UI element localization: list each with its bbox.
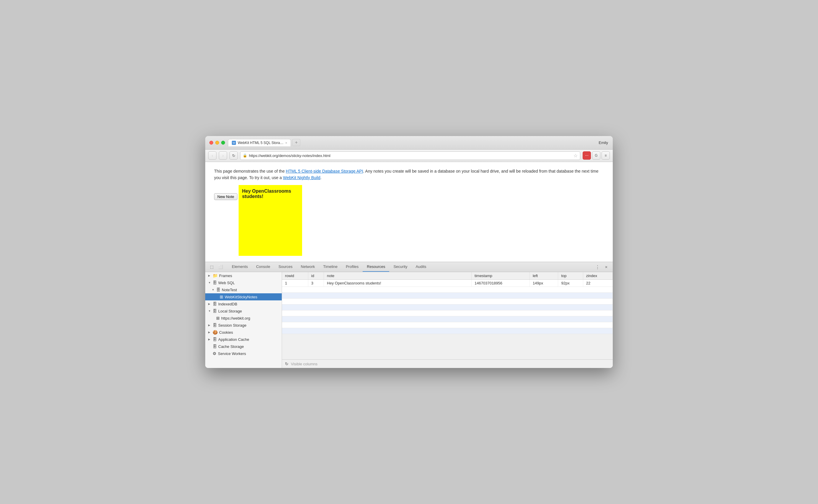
storage-api-link[interactable]: HTML 5 Client-side Database Storage API [286, 169, 363, 174]
url-text: https://webkit.org/demos/sticky-notes/in… [249, 153, 572, 158]
user-button[interactable]: G [592, 151, 600, 160]
col-note[interactable]: note [324, 272, 472, 280]
col-left[interactable]: left [529, 272, 558, 280]
title-bar: W WebKit HTML 5 SQL Stora… × + Emily [205, 136, 613, 150]
bookmark-icon[interactable]: ☆ [573, 153, 577, 158]
browser-tab-active[interactable]: W WebKit HTML 5 SQL Stora… × [228, 139, 291, 146]
table-row [282, 293, 613, 299]
devtools-right-controls: ⋮ × [594, 264, 610, 271]
table-container[interactable]: rowid id note timestamp left top zindex [282, 272, 613, 359]
nav-bar: ‹ › ↻ 🔒 https://webkit.org/demos/sticky-… [205, 150, 613, 162]
cachestorage-label: Cache Storage [218, 344, 244, 349]
sidebar-item-appcache[interactable]: ▶ 🗄 Application Cache [205, 336, 282, 343]
close-traffic-light[interactable] [210, 141, 213, 145]
appcache-arrow: ▶ [208, 338, 211, 341]
tab-resources[interactable]: Resources [363, 262, 389, 272]
page-content: This page demonstrates the use of the HT… [205, 162, 613, 262]
indexeddb-arrow: ▶ [208, 302, 211, 305]
indexeddb-label: IndexedDB [218, 302, 237, 306]
cell-id: 3 [308, 280, 324, 287]
devtools-tab-bar: ⬚ ⬜ Elements Console Sources Network Tim… [205, 262, 613, 272]
col-rowid[interactable]: rowid [282, 272, 308, 280]
sidebar-item-notetest[interactable]: ▼ 🗄 NoteTest [205, 286, 282, 293]
sessionstorage-label: Session Storage [218, 323, 246, 328]
tab-network[interactable]: Network [297, 262, 319, 272]
menu-button[interactable]: ≡ [601, 151, 610, 160]
cachestorage-icon: 🗄 [213, 344, 217, 349]
stickynotes-icon: ⊞ [220, 294, 223, 299]
tab-profiles[interactable]: Profiles [342, 262, 363, 272]
maximize-traffic-light[interactable] [221, 141, 225, 145]
sticky-note[interactable]: Hey OpenClassrooms students! [239, 185, 302, 256]
col-zindex[interactable]: zindex [583, 272, 612, 280]
tab-close-icon[interactable]: × [285, 141, 287, 145]
table-row [282, 287, 613, 293]
devtools-footer: ↻ Visible columns [282, 359, 613, 368]
sidebar-item-sessionstorage[interactable]: ▶ 🗄 Session Storage [205, 322, 282, 329]
websql-label: Web SQL [218, 281, 235, 285]
traffic-lights [210, 141, 225, 145]
devtools-responsive-icon[interactable]: ⬜ [217, 264, 224, 271]
sidebar-item-webkitstickynotes[interactable]: ⊞ WebKitStickyNotes [205, 293, 282, 300]
appcache-icon: 🗄 [213, 337, 217, 342]
cell-zindex: 22 [583, 280, 612, 287]
devtools-body: ▶ 📁 Frames ▼ 🗄 Web SQL ▼ 🗄 NoteTest [205, 272, 613, 368]
localstorage-arrow: ▼ [208, 310, 211, 312]
cell-rowid: 1 [282, 280, 308, 287]
sidebar-item-webkitorg[interactable]: ⊞ https://webkit.org [205, 315, 282, 322]
address-bar[interactable]: 🔒 https://webkit.org/demos/sticky-notes/… [240, 151, 580, 160]
sidebar-item-serviceworkers[interactable]: ⚙ Service Workers [205, 350, 282, 357]
indexeddb-icon: 🗄 [213, 302, 217, 306]
localstorage-icon: 🗄 [213, 309, 217, 313]
sidebar-item-cachestorage[interactable]: 🗄 Cache Storage [205, 343, 282, 350]
devtools-select-icon[interactable]: ⬚ [208, 264, 215, 271]
data-table: rowid id note timestamp left top zindex [282, 272, 613, 334]
frames-icon: 📁 [213, 273, 218, 278]
frames-label: Frames [219, 274, 232, 278]
notetest-arrow: ▼ [212, 288, 215, 291]
refresh-button[interactable]: ↻ [230, 151, 238, 160]
webkit-nightly-link[interactable]: WebKit Nightly Build [283, 175, 320, 180]
table-row [282, 310, 613, 316]
tab-favicon: W [232, 141, 236, 145]
footer-refresh-icon[interactable]: ↻ [285, 361, 289, 366]
new-tab-button[interactable]: + [292, 139, 300, 146]
col-timestamp[interactable]: timestamp [472, 272, 530, 280]
sidebar-item-localstorage[interactable]: ▼ 🗄 Local Storage [205, 307, 282, 315]
forward-button[interactable]: › [219, 151, 227, 160]
sessionstorage-icon: 🗄 [213, 323, 217, 328]
sidebar-item-indexeddb[interactable]: ▶ 🗄 IndexedDB [205, 300, 282, 307]
page-description: This page demonstrates the use of the HT… [214, 168, 604, 181]
devtools-more-button[interactable]: ⋮ [594, 264, 601, 271]
tab-timeline[interactable]: Timeline [319, 262, 342, 272]
webkitorg-icon: ⊞ [216, 316, 220, 320]
appcache-label: Application Cache [218, 337, 249, 342]
visible-columns-label: Visible columns [291, 362, 318, 366]
extensions-button[interactable]: ⋯ [582, 151, 591, 160]
new-note-button[interactable]: New Note [214, 193, 238, 200]
devtools-panel: ⬚ ⬜ Elements Console Sources Network Tim… [205, 262, 613, 368]
frames-arrow: ▶ [208, 274, 211, 277]
back-button[interactable]: ‹ [208, 151, 217, 160]
localstorage-label: Local Storage [218, 309, 242, 313]
table-row [282, 305, 613, 310]
devtools-close-button[interactable]: × [603, 264, 610, 271]
sidebar-item-cookies[interactable]: ▶ 🍪 Cookies [205, 329, 282, 336]
cookies-icon: 🍪 [213, 330, 218, 335]
table-row[interactable]: 1 3 Hey OpenClassrooms students! 1467037… [282, 280, 613, 287]
col-id[interactable]: id [308, 272, 324, 280]
sidebar-item-frames[interactable]: ▶ 📁 Frames [205, 272, 282, 279]
tab-security[interactable]: Security [389, 262, 411, 272]
col-top[interactable]: top [558, 272, 583, 280]
minimize-traffic-light[interactable] [215, 141, 219, 145]
cookies-arrow: ▶ [208, 331, 211, 334]
devtools-sidebar: ▶ 📁 Frames ▼ 🗄 Web SQL ▼ 🗄 NoteTest [205, 272, 282, 368]
tab-sources[interactable]: Sources [274, 262, 297, 272]
table-row [282, 316, 613, 322]
sidebar-item-websql[interactable]: ▼ 🗄 Web SQL [205, 279, 282, 286]
tab-elements[interactable]: Elements [228, 262, 252, 272]
tab-console[interactable]: Console [252, 262, 274, 272]
websql-icon: 🗄 [213, 280, 217, 285]
tab-audits[interactable]: Audits [411, 262, 430, 272]
sessionstorage-arrow: ▶ [208, 324, 211, 327]
